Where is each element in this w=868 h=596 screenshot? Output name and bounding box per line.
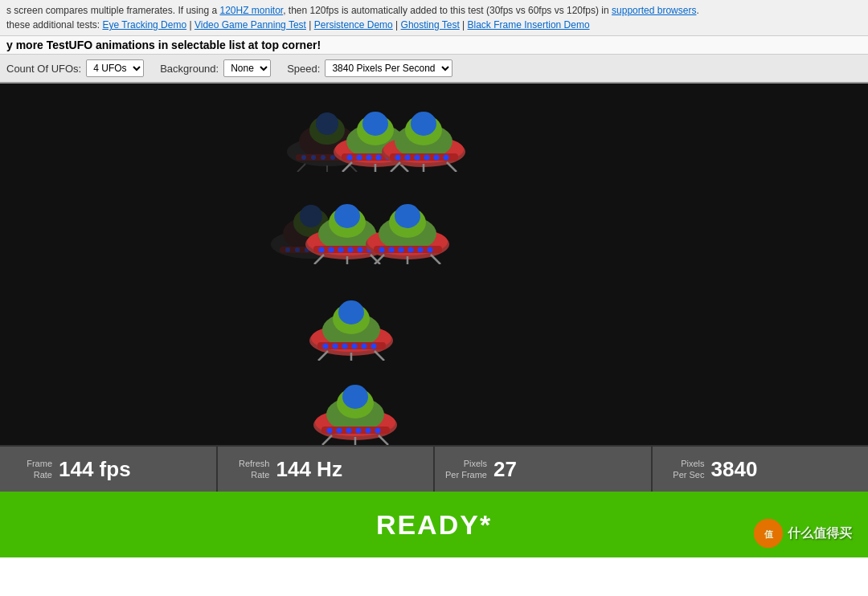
watermark-icon: 值 (754, 519, 783, 548)
speed-control: Speed: 3840 Pixels Per Second (287, 59, 452, 77)
svg-point-59 (334, 204, 360, 228)
info-line2: these additional tests: Eye Tracking Dem… (6, 18, 862, 32)
controls-bar: Count Of UFOs: 4 UFOs Background: None S… (0, 55, 868, 84)
banner-text: y more TestUFO animations in selectable … (6, 39, 321, 51)
svg-point-110 (366, 428, 371, 434)
stat-refresh-rate: RefreshRate 144 Hz (218, 447, 436, 492)
svg-point-111 (375, 428, 381, 434)
svg-point-64 (348, 247, 354, 253)
svg-point-108 (346, 428, 352, 434)
svg-line-112 (322, 435, 332, 445)
svg-point-37 (415, 155, 420, 161)
svg-point-36 (405, 155, 411, 161)
svg-text:值: 值 (764, 529, 774, 539)
info-bar: s screen compares multiple framerates. I… (0, 0, 868, 36)
info-line1: s screen compares multiple framerates. I… (6, 3, 862, 18)
svg-line-67 (314, 255, 324, 264)
svg-point-61 (319, 247, 325, 253)
ufo-area (0, 84, 868, 445)
svg-point-21 (357, 155, 362, 161)
speed-label: Speed: (287, 63, 320, 75)
svg-point-77 (389, 247, 395, 253)
pixels-per-sec-value: 3840 (711, 457, 758, 482)
svg-point-74 (395, 204, 420, 228)
svg-point-50 (295, 247, 300, 252)
stat-pixels-per-frame: PixelsPer Frame 27 (435, 447, 653, 492)
svg-point-95 (362, 344, 367, 349)
svg-point-62 (329, 247, 334, 253)
svg-point-63 (338, 247, 344, 253)
svg-point-20 (347, 155, 353, 161)
svg-point-49 (285, 247, 290, 252)
frame-rate-value: 144 fps (59, 457, 131, 482)
svg-point-106 (327, 428, 333, 434)
background-select[interactable]: None (223, 59, 271, 77)
persistence-demo-link[interactable]: Persistence Demo (314, 19, 393, 31)
panning-test-link[interactable]: Video Game Panning Test (194, 19, 306, 31)
svg-point-81 (428, 247, 433, 253)
svg-point-93 (342, 344, 348, 349)
svg-point-94 (352, 344, 358, 349)
svg-point-35 (395, 155, 401, 161)
svg-point-40 (444, 155, 449, 161)
watermark: 值 什么值得买 (754, 519, 852, 548)
pixels-per-frame-label: PixelsPer Frame (443, 458, 487, 481)
svg-point-6 (311, 155, 316, 160)
svg-point-39 (434, 155, 440, 161)
svg-point-92 (333, 344, 338, 349)
ready-text: READY* (376, 509, 492, 541)
svg-line-26 (342, 162, 352, 172)
count-control: Count Of UFOs: 4 UFOs (6, 59, 144, 77)
ufo-main-4 (309, 381, 402, 445)
frame-rate-label: FrameRate (8, 458, 52, 481)
svg-point-76 (379, 247, 385, 253)
background-label: Background: (160, 63, 219, 75)
ufo-main-1b (378, 108, 470, 172)
svg-point-107 (337, 428, 342, 434)
count-select[interactable]: 4 UFOs (86, 59, 144, 77)
stat-frame-rate: FrameRate 144 fps (0, 447, 218, 492)
eye-tracking-link[interactable]: Eye Tracking Demo (102, 19, 186, 31)
svg-point-96 (371, 344, 377, 349)
background-control: Background: None (160, 59, 271, 77)
svg-line-99 (375, 351, 384, 361)
svg-point-109 (356, 428, 362, 434)
refresh-rate-label: RefreshRate (226, 458, 270, 481)
svg-point-33 (411, 112, 436, 136)
svg-line-11 (297, 164, 305, 172)
stats-bar: FrameRate 144 fps RefreshRate 144 Hz Pix… (0, 445, 868, 492)
pixels-per-frame-value: 27 (493, 457, 517, 482)
svg-line-82 (375, 255, 384, 264)
ufo-main-3 (305, 296, 398, 361)
banner: y more TestUFO animations in selectable … (0, 36, 868, 55)
svg-line-97 (318, 351, 328, 361)
svg-point-104 (342, 385, 368, 409)
svg-point-91 (323, 344, 329, 349)
svg-point-22 (366, 155, 372, 161)
pixels-per-sec-label: PixelsPer Sec (661, 458, 705, 481)
speed-select[interactable]: 3840 Pixels Per Second (325, 59, 452, 77)
ready-bar: READY* 值 什么值得买 (0, 492, 868, 557)
svg-point-80 (418, 247, 424, 253)
svg-point-78 (399, 247, 404, 253)
120hz-link[interactable]: 120HZ monitor (219, 5, 283, 16)
svg-point-89 (338, 300, 364, 325)
svg-line-43 (447, 162, 457, 172)
ghosting-test-link[interactable]: Ghosting Test (401, 19, 460, 31)
svg-point-38 (424, 155, 430, 161)
svg-line-84 (431, 255, 440, 264)
supported-browsers-link[interactable]: supported browsers (612, 5, 696, 16)
svg-line-41 (391, 162, 400, 172)
refresh-rate-value: 144 Hz (276, 457, 342, 482)
ufo-main-2b (362, 200, 454, 264)
bfi-demo-link[interactable]: Black Frame Insertion Demo (468, 19, 590, 31)
svg-point-5 (301, 155, 306, 160)
watermark-label: 什么值得买 (788, 525, 852, 542)
count-label: Count Of UFOs: (6, 63, 81, 75)
stat-pixels-per-sec: PixelsPer Sec 3840 (653, 447, 869, 492)
svg-point-79 (408, 247, 414, 253)
svg-line-114 (379, 435, 388, 445)
svg-point-7 (321, 155, 326, 160)
